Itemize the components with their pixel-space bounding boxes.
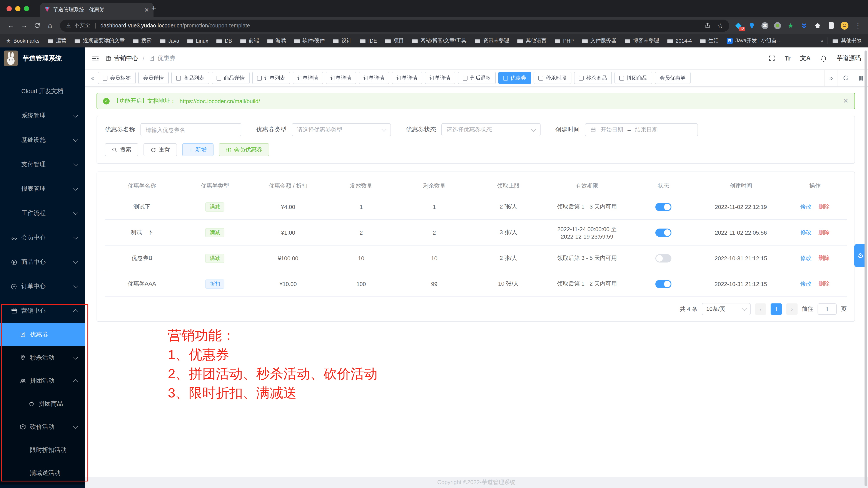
- collapse-sidebar-icon[interactable]: [92, 55, 99, 62]
- sidebar-item-workflow[interactable]: 工作流程: [0, 201, 85, 226]
- page-tab[interactable]: 商品详情: [212, 72, 250, 84]
- page-tab[interactable]: 订单详情: [326, 72, 356, 84]
- alert-link[interactable]: https://doc.iocoder.cn/mall/build/: [180, 98, 260, 104]
- edit-link[interactable]: 修改: [800, 280, 812, 287]
- page-tab[interactable]: 秒杀商品: [574, 72, 612, 84]
- extension-star-icon[interactable]: ★: [787, 22, 795, 29]
- reading-list-icon[interactable]: [827, 22, 835, 29]
- bookmark-folder[interactable]: 前端: [240, 37, 259, 45]
- sidebar-item-time-discount[interactable]: 限时折扣活动: [0, 438, 85, 461]
- app-logo-row[interactable]: 芋道管理系统: [0, 48, 85, 69]
- bookmark-folder[interactable]: 设计: [333, 37, 352, 45]
- page-tab[interactable]: 订单详情: [359, 72, 389, 84]
- bookmark-folder[interactable]: 文件服务器: [582, 37, 616, 45]
- close-tab-icon[interactable]: ✕: [144, 6, 149, 13]
- delete-link[interactable]: 删除: [818, 280, 830, 287]
- next-page-button[interactable]: ›: [786, 304, 798, 315]
- extension-record-icon[interactable]: [774, 22, 781, 29]
- coupon-name-input[interactable]: [141, 123, 241, 136]
- page-tab[interactable]: 订单详情: [293, 72, 323, 84]
- zoom-window-button[interactable]: [24, 6, 29, 11]
- extension-chevrons-icon[interactable]: [800, 22, 808, 29]
- page-tab[interactable]: 会员详情: [138, 72, 169, 84]
- member-coupon-button[interactable]: 会员优惠券: [219, 143, 269, 156]
- edit-link[interactable]: 修改: [800, 255, 812, 261]
- home-icon[interactable]: ⌂: [43, 22, 57, 29]
- bookmark-folder[interactable]: 生活: [700, 37, 719, 45]
- coupon-type-select[interactable]: 请选择优惠券类型: [292, 123, 391, 136]
- extension-command-icon[interactable]: ⌘: [762, 22, 768, 29]
- page-tab[interactable]: 商品列表: [171, 72, 209, 84]
- extension-diamond-icon[interactable]: 12: [735, 22, 742, 29]
- page-scrollbar[interactable]: [865, 51, 867, 486]
- bookmark-folder[interactable]: 其他语言: [517, 37, 547, 45]
- sidebar-item-cloud-docs[interactable]: Cloud 开发文档: [0, 79, 85, 104]
- tabs-scroll-right-icon[interactable]: »: [824, 70, 838, 86]
- sidebar-item-groupon-product[interactable]: 拼团商品: [0, 392, 85, 415]
- sidebar-item-member-center[interactable]: 会员中心: [0, 226, 85, 250]
- prev-page-button[interactable]: ‹: [755, 304, 766, 315]
- language-icon[interactable]: 文A: [800, 54, 811, 62]
- refresh-tab-icon[interactable]: [838, 70, 854, 86]
- username[interactable]: 芋道源码: [837, 54, 861, 62]
- edit-link[interactable]: 修改: [800, 203, 812, 210]
- bookmark-folder[interactable]: 搜索: [133, 37, 152, 45]
- sidebar-item-system[interactable]: 系统管理: [0, 104, 85, 128]
- sidebar-item-full-reduction[interactable]: 满减送活动: [0, 461, 85, 485]
- add-coupon-button[interactable]: + 新增: [182, 143, 214, 156]
- sidebar-item-product-center[interactable]: 商品中心: [0, 250, 85, 274]
- delete-link[interactable]: 删除: [818, 255, 830, 261]
- font-size-icon[interactable]: Tr: [785, 55, 790, 62]
- bookmark-folder[interactable]: IDE: [360, 38, 377, 44]
- page-tab[interactable]: 售后退款: [458, 72, 496, 84]
- back-icon[interactable]: ←: [4, 22, 18, 29]
- bookmark-folder[interactable]: 网站/博客/文章/工具: [412, 37, 467, 45]
- status-toggle[interactable]: [655, 280, 672, 288]
- page-tab[interactable]: 会员优惠券: [655, 72, 690, 84]
- bookmark-folder[interactable]: 近期需要读的文章: [74, 37, 125, 45]
- page-tab[interactable]: 秒杀时段: [534, 72, 571, 84]
- status-toggle[interactable]: [655, 203, 672, 211]
- bookmark-folder[interactable]: DB: [216, 38, 232, 44]
- reset-button[interactable]: 重置: [144, 143, 177, 156]
- page-tab[interactable]: 订单详情: [392, 72, 422, 84]
- page-tab[interactable]: 优惠券: [498, 72, 531, 84]
- page-size-select[interactable]: 10条/页: [702, 303, 751, 315]
- sidebar-item-pay[interactable]: 支付管理: [0, 152, 85, 177]
- page-tab[interactable]: 订单列表: [252, 72, 290, 84]
- bookmark-folder[interactable]: 2014-4: [667, 38, 692, 44]
- bookmark-folder[interactable]: PHP: [554, 38, 574, 44]
- bookmark-star-icon[interactable]: ☆: [717, 22, 723, 29]
- edit-link[interactable]: 修改: [800, 229, 812, 235]
- bookmark-folder[interactable]: 项目: [385, 37, 404, 45]
- new-tab-button[interactable]: +: [151, 4, 156, 12]
- sidebar-item-report[interactable]: 报表管理: [0, 177, 85, 201]
- status-toggle[interactable]: [655, 254, 672, 262]
- sidebar-item-marketing-center[interactable]: 营销中心: [0, 298, 85, 323]
- reload-icon[interactable]: [30, 22, 43, 29]
- sidebar-item-infra[interactable]: 基础设施: [0, 128, 85, 152]
- bookmark-folder[interactable]: 运营: [48, 37, 66, 45]
- bookmarks-root[interactable]: ★ Bookmarks: [6, 38, 39, 44]
- delete-link[interactable]: 删除: [818, 229, 830, 235]
- minimize-window-button[interactable]: [15, 6, 21, 11]
- bookmark-folder[interactable]: 资讯未整理: [474, 37, 509, 45]
- bookmark-folder[interactable]: 游戏: [267, 37, 286, 45]
- create-time-range-picker[interactable]: 开始日期 – 结束日期: [585, 123, 698, 136]
- bookmarks-overflow-icon[interactable]: »: [820, 38, 823, 44]
- other-bookmarks[interactable]: 其他书签: [832, 37, 862, 45]
- page-tab[interactable]: 订单详情: [425, 72, 455, 84]
- close-window-button[interactable]: [6, 6, 12, 11]
- extension-pin-icon[interactable]: [748, 22, 756, 29]
- forward-icon[interactable]: →: [18, 22, 30, 29]
- browser-menu-icon[interactable]: ⋮: [854, 22, 862, 29]
- bookmark-link[interactable]: B Java开发 | 小组首…: [727, 37, 782, 45]
- bookmark-folder[interactable]: 软件/硬件: [294, 37, 325, 45]
- extensions-puzzle-icon[interactable]: [814, 22, 822, 29]
- fullscreen-icon[interactable]: [768, 55, 775, 62]
- sidebar-item-coupon[interactable]: 优惠券: [0, 323, 85, 346]
- coupon-status-select[interactable]: 请选择优惠券状态: [441, 123, 540, 136]
- sidebar-item-order-center[interactable]: 订单中心: [0, 274, 85, 298]
- sidebar-item-groupon[interactable]: 拼团活动: [0, 369, 85, 392]
- delete-link[interactable]: 删除: [818, 203, 830, 210]
